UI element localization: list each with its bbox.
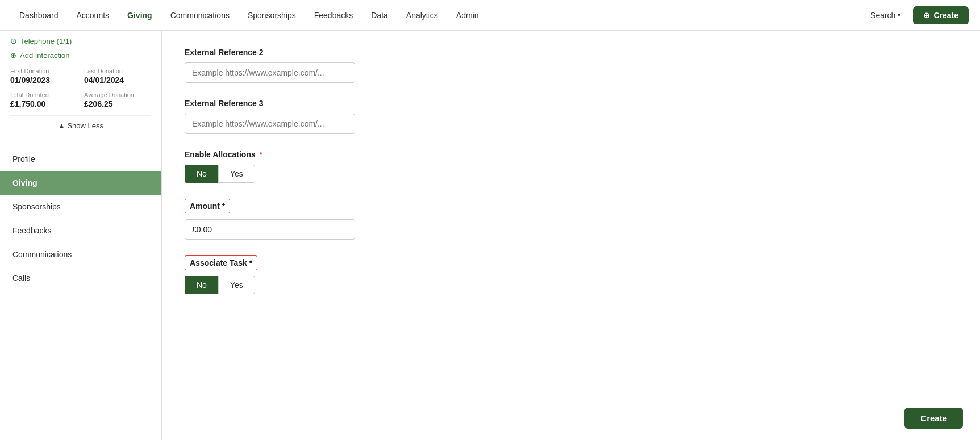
show-less-button[interactable]: ▲ Show Less: [10, 115, 151, 136]
average-donation-value: £206.25: [84, 99, 151, 108]
sidebar-navigation: Profile Giving Sponsorships Feedbacks Co…: [0, 147, 161, 290]
total-donated-value: £1,750.00: [10, 99, 77, 108]
external-ref3-input[interactable]: [185, 114, 355, 134]
nav-item-feedbacks[interactable]: Feedbacks: [306, 7, 361, 23]
sidebar-item-communications[interactable]: Communications: [0, 242, 161, 266]
sidebar-item-giving[interactable]: Giving: [0, 171, 161, 195]
form-container: External Reference 2 External Reference …: [162, 31, 980, 440]
associate-task-group: Associate Task * No Yes: [185, 255, 582, 294]
nav-item-sponsorships[interactable]: Sponsorships: [240, 7, 304, 23]
main-layout: ⊙ Telephone (1/1) ⊕ Add Interaction Firs…: [0, 31, 980, 440]
create-label: Create: [933, 11, 958, 20]
associate-task-required: *: [247, 258, 252, 267]
external-reference-3-group: External Reference 3: [185, 99, 582, 134]
enable-allocations-required: *: [257, 150, 262, 159]
sidebar-item-calls[interactable]: Calls: [0, 266, 161, 290]
bottom-actions: Create: [904, 408, 963, 429]
last-donation-label: Last Donation: [84, 68, 151, 74]
nav-item-communications[interactable]: Communications: [162, 7, 237, 23]
search-label: Search: [870, 11, 895, 20]
enable-allocations-group: Enable Allocations * No Yes: [185, 150, 582, 183]
associate-task-yes-btn[interactable]: Yes: [218, 276, 255, 294]
external-reference-2-group: External Reference 2: [185, 48, 582, 83]
nav-item-accounts[interactable]: Accounts: [69, 7, 118, 23]
top-create-button[interactable]: ⊕ Create: [913, 6, 969, 24]
last-donation-value: 04/01/2024: [84, 76, 151, 85]
enable-allocations-toggle: No Yes: [185, 165, 582, 183]
top-navigation: Dashboard Accounts Giving Communications…: [0, 0, 980, 31]
amount-required: *: [220, 202, 225, 211]
average-donation-stat: Average Donation £206.25: [84, 91, 151, 108]
check-circle-icon: ⊙: [10, 36, 17, 45]
average-donation-label: Average Donation: [84, 91, 151, 98]
associate-task-label: Associate Task *: [185, 255, 257, 270]
external-ref2-input[interactable]: [185, 62, 355, 83]
sidebar-top: ⊙ Telephone (1/1) ⊕ Add Interaction Firs…: [0, 31, 161, 145]
plus-circle-icon: ⊕: [923, 11, 930, 20]
add-interaction-button[interactable]: ⊕ Add Interaction: [10, 51, 151, 60]
telephone-interaction[interactable]: ⊙ Telephone (1/1): [10, 36, 151, 45]
sidebar-item-feedbacks[interactable]: Feedbacks: [0, 219, 161, 242]
bottom-create-button[interactable]: Create: [904, 408, 963, 429]
nav-item-admin[interactable]: Admin: [448, 7, 487, 23]
amount-label: Amount *: [185, 199, 230, 213]
total-donated-label: Total Donated: [10, 91, 77, 98]
donation-stats: First Donation 01/09/2023 Last Donation …: [10, 68, 151, 108]
sidebar-item-profile[interactable]: Profile: [0, 147, 161, 171]
first-donation-value: 01/09/2023: [10, 76, 77, 85]
amount-input[interactable]: [185, 219, 355, 240]
nav-item-data[interactable]: Data: [363, 7, 396, 23]
sidebar: ⊙ Telephone (1/1) ⊕ Add Interaction Firs…: [0, 31, 162, 440]
enable-allocations-label: Enable Allocations *: [185, 150, 582, 159]
total-donated-stat: Total Donated £1,750.00: [10, 91, 77, 108]
associate-task-toggle: No Yes: [185, 276, 582, 294]
nav-item-giving[interactable]: Giving: [119, 7, 160, 23]
external-ref2-label: External Reference 2: [185, 48, 582, 57]
sidebar-item-sponsorships[interactable]: Sponsorships: [0, 195, 161, 219]
last-donation-stat: Last Donation 04/01/2024: [84, 68, 151, 85]
enable-allocations-no-btn[interactable]: No: [185, 165, 218, 183]
telephone-label: Telephone (1/1): [20, 37, 72, 45]
first-donation-stat: First Donation 01/09/2023: [10, 68, 77, 85]
form-section: External Reference 2 External Reference …: [185, 48, 582, 294]
first-donation-label: First Donation: [10, 68, 77, 74]
nav-links: Dashboard Accounts Giving Communications…: [11, 7, 865, 23]
nav-right: Search ▾ ⊕ Create: [865, 6, 969, 24]
nav-item-dashboard[interactable]: Dashboard: [11, 7, 66, 23]
main-area: External Reference 2 External Reference …: [162, 31, 980, 440]
search-button[interactable]: Search ▾: [865, 7, 906, 23]
chevron-down-icon: ▾: [898, 12, 900, 18]
external-ref3-label: External Reference 3: [185, 99, 582, 108]
enable-allocations-yes-btn[interactable]: Yes: [218, 165, 255, 183]
nav-item-analytics[interactable]: Analytics: [398, 7, 446, 23]
add-interaction-label: Add Interaction: [20, 51, 69, 60]
amount-group: Amount *: [185, 199, 582, 240]
plus-circle-icon: ⊕: [10, 51, 16, 60]
associate-task-no-btn[interactable]: No: [185, 276, 218, 294]
